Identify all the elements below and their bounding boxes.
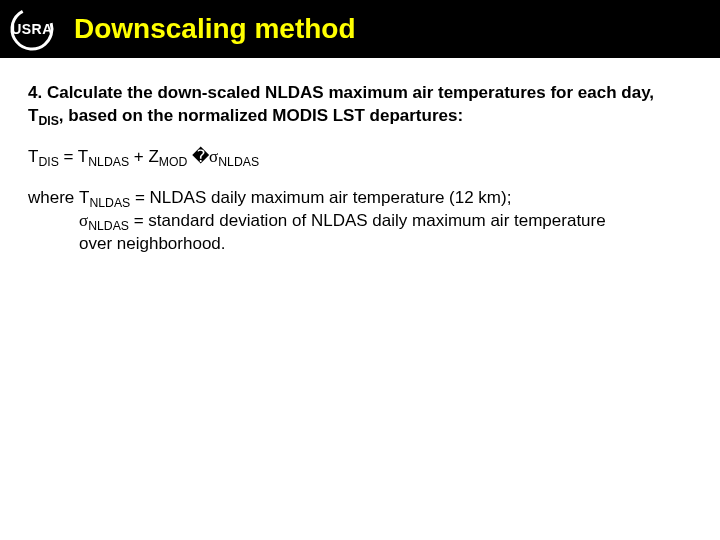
eq-T: T xyxy=(28,147,38,166)
def1-text: = NLDAS daily maximum air temperature (1… xyxy=(130,188,511,207)
slide-title: Downscaling method xyxy=(74,13,356,45)
usra-logo: USRA xyxy=(8,5,56,53)
slide-content: 4. Calculate the down-scaled NLDAS maxim… xyxy=(0,58,720,256)
equation-line: TDIS = TNLDAS + ZMOD �σNLDAS xyxy=(28,146,692,169)
def1-T: T xyxy=(79,188,89,207)
where-block: where TNLDAS = NLDAS daily maximum air t… xyxy=(28,187,692,256)
eq-sigma: σ xyxy=(209,147,218,166)
intro-text-b: , based on the normalized MODIS LST depa… xyxy=(59,106,463,125)
eq-nldas2: NLDAS xyxy=(218,155,259,169)
eq-glyph: � xyxy=(187,147,209,166)
eq-mod: MOD xyxy=(159,155,188,169)
def2-sub: NLDAS xyxy=(88,219,129,233)
eq-dis: DIS xyxy=(38,155,58,169)
intro-paragraph: 4. Calculate the down-scaled NLDAS maxim… xyxy=(28,82,692,128)
intro-sub: DIS xyxy=(38,114,58,128)
title-bar: USRA Downscaling method xyxy=(0,0,720,58)
eq-nldas: NLDAS xyxy=(88,155,129,169)
logo-text: USRA xyxy=(11,21,53,37)
eq-plus: + Z xyxy=(129,147,159,166)
eq-equals: = T xyxy=(59,147,88,166)
def1-sub: NLDAS xyxy=(89,196,130,210)
def2-text: = standard deviation of NLDAS daily maxi… xyxy=(79,211,606,253)
def2-sigma: σ xyxy=(79,211,88,230)
where-label: where xyxy=(28,188,79,207)
definitions: TNLDAS = NLDAS daily maximum air tempera… xyxy=(79,187,639,256)
